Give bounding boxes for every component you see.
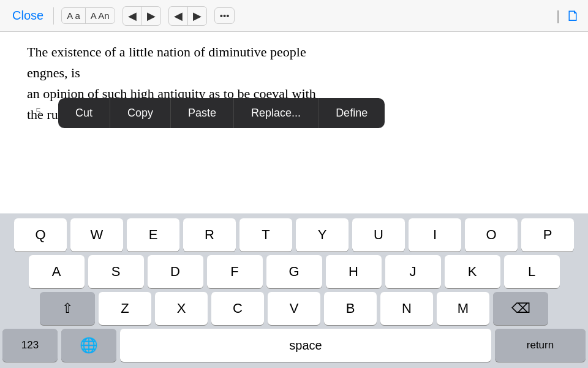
key-j[interactable]: J xyxy=(385,255,441,288)
delete-key[interactable]: ⌫ xyxy=(493,292,548,325)
key-t[interactable]: T xyxy=(239,218,292,251)
key-p[interactable]: P xyxy=(521,218,574,251)
key-h[interactable]: H xyxy=(326,255,382,288)
key-z[interactable]: Z xyxy=(99,292,151,325)
key-d[interactable]: D xyxy=(148,255,203,288)
context-replace[interactable]: Replace... xyxy=(234,98,318,128)
text-line-2-post: nes, is xyxy=(47,65,80,80)
key-x[interactable]: X xyxy=(155,292,208,325)
keyboard-row-1: Q W E R T Y U I O P xyxy=(2,218,586,251)
doc-icon[interactable]: 🗋 xyxy=(566,7,581,25)
key-o[interactable]: O xyxy=(465,218,518,251)
font-small-button[interactable]: A a xyxy=(62,8,86,23)
keyboard: Q W E R T Y U I O P A S D F G H J K L ⇧ … xyxy=(0,213,588,368)
toolbar-separator-1 xyxy=(53,7,54,25)
key-v[interactable]: V xyxy=(268,292,320,325)
key-u[interactable]: U xyxy=(352,218,405,251)
seek-arrows-group: ◀ ▶ xyxy=(168,6,207,26)
line-number: 5 xyxy=(36,104,41,121)
context-menu: Cut Copy Paste Replace... Define xyxy=(58,98,385,128)
key-k[interactable]: K xyxy=(445,255,500,288)
key-i[interactable]: I xyxy=(409,218,461,251)
keyboard-row-2: A S D F G H J K L xyxy=(2,255,586,288)
context-cut[interactable]: Cut xyxy=(58,98,110,128)
key-f[interactable]: F xyxy=(207,255,263,288)
key-c[interactable]: C xyxy=(211,292,264,325)
key-w[interactable]: W xyxy=(70,218,123,251)
text-line-2-pre: eng xyxy=(27,65,47,80)
nav-arrows-group: ◀ ▶ xyxy=(123,6,161,26)
space-key[interactable]: space xyxy=(120,329,491,362)
context-define[interactable]: Define xyxy=(318,98,385,128)
fwd-arrow-button[interactable]: ▶ xyxy=(188,7,206,25)
toolbar-pipe: | xyxy=(556,8,560,24)
key-e[interactable]: E xyxy=(127,218,179,251)
key-g[interactable]: G xyxy=(266,255,322,288)
key-m[interactable]: M xyxy=(437,292,489,325)
context-paste[interactable]: Paste xyxy=(171,98,234,128)
return-key[interactable]: return xyxy=(495,329,586,362)
close-button[interactable]: Close xyxy=(7,6,48,25)
key-a[interactable]: A xyxy=(29,255,85,288)
back-arrow-button[interactable]: ◀ xyxy=(169,7,188,25)
key-q[interactable]: Q xyxy=(14,218,67,251)
font-size-group: A a A An xyxy=(61,7,115,24)
key-n[interactable]: N xyxy=(380,292,433,325)
more-button[interactable]: ••• xyxy=(215,8,235,23)
key-r[interactable]: R xyxy=(183,218,236,251)
font-large-button[interactable]: A An xyxy=(86,8,115,23)
keyboard-row-4: 123 🌐 space return xyxy=(2,329,586,362)
prev-arrow-button[interactable]: ◀ xyxy=(123,7,142,25)
next-arrow-button[interactable]: ▶ xyxy=(142,7,160,25)
more-group: ••• xyxy=(214,7,235,24)
keyboard-row-3: ⇧ Z X C V B N M ⌫ xyxy=(2,292,586,325)
shift-key[interactable]: ⇧ xyxy=(40,292,95,325)
numbers-key[interactable]: 123 xyxy=(2,329,58,362)
toolbar: Close A a A An ◀ ▶ ◀ ▶ ••• | 🗋 xyxy=(0,0,588,32)
key-b[interactable]: B xyxy=(324,292,377,325)
key-l[interactable]: L xyxy=(504,255,560,288)
text-line-2: engnes, is xyxy=(27,63,571,83)
key-s[interactable]: S xyxy=(88,255,144,288)
key-y[interactable]: Y xyxy=(296,218,349,251)
content-area[interactable]: The existence of a little nation of dimi… xyxy=(0,32,588,155)
globe-key[interactable]: 🌐 xyxy=(61,329,116,362)
text-line-1: The existence of a little nation of dimi… xyxy=(27,42,571,63)
context-copy[interactable]: Copy xyxy=(110,98,171,128)
